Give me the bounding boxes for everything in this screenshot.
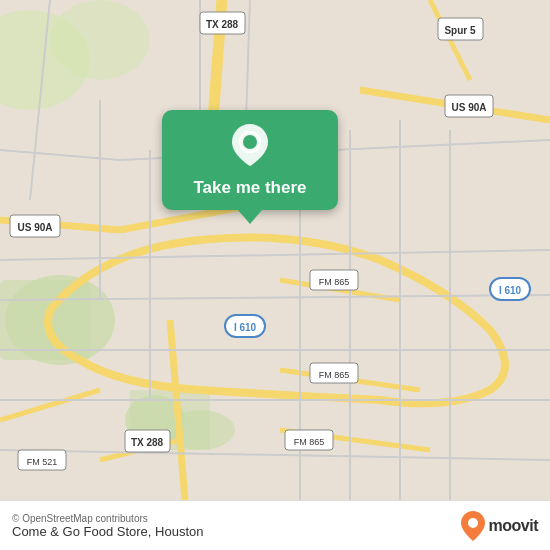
svg-text:TX 288: TX 288 bbox=[206, 19, 239, 30]
map-svg: TX 288 US 90A US 90A Spur 5 I 610 I 610 … bbox=[0, 0, 550, 500]
svg-text:US 90A: US 90A bbox=[17, 222, 52, 233]
svg-text:FM 521: FM 521 bbox=[27, 457, 58, 467]
map-callout[interactable]: Take me there bbox=[150, 110, 350, 224]
svg-text:I 610: I 610 bbox=[234, 322, 257, 333]
take-me-there-button[interactable]: Take me there bbox=[193, 178, 306, 198]
bottom-left: © OpenStreetMap contributors Come & Go F… bbox=[12, 513, 203, 539]
callout-pointer bbox=[238, 210, 262, 224]
svg-text:US 90A: US 90A bbox=[451, 102, 486, 113]
moovit-logo: moovit bbox=[461, 511, 538, 541]
svg-text:FM 865: FM 865 bbox=[319, 370, 350, 380]
svg-text:I 610: I 610 bbox=[499, 285, 522, 296]
svg-text:Spur 5: Spur 5 bbox=[444, 25, 476, 36]
location-pin-icon bbox=[232, 124, 268, 170]
svg-point-7 bbox=[50, 0, 150, 80]
bottom-bar: © OpenStreetMap contributors Come & Go F… bbox=[0, 500, 550, 550]
map-container: TX 288 US 90A US 90A Spur 5 I 610 I 610 … bbox=[0, 0, 550, 500]
callout-box[interactable]: Take me there bbox=[162, 110, 338, 210]
store-name-label: Come & Go Food Store, Houston bbox=[12, 524, 203, 539]
osm-attribution: © OpenStreetMap contributors bbox=[12, 513, 203, 524]
svg-point-60 bbox=[468, 518, 478, 528]
moovit-brand-text: moovit bbox=[489, 517, 538, 535]
svg-point-58 bbox=[243, 135, 257, 149]
moovit-pin-icon bbox=[461, 511, 485, 541]
svg-text:FM 865: FM 865 bbox=[294, 437, 325, 447]
svg-text:FM 865: FM 865 bbox=[319, 277, 350, 287]
svg-text:TX 288: TX 288 bbox=[131, 437, 164, 448]
